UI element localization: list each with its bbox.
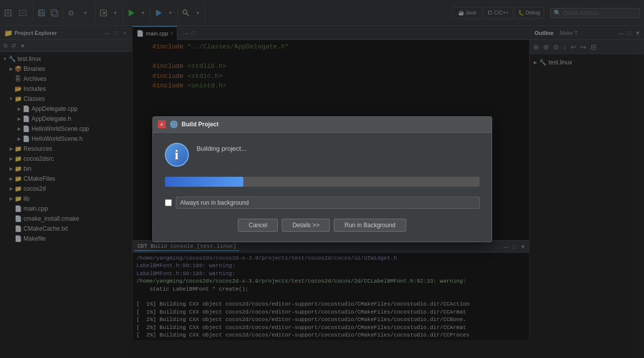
build-dialog-overlay: × Build Project i Building project... bbox=[0, 0, 644, 358]
dialog-info-icon: i bbox=[165, 143, 189, 167]
dialog-info-row: i Building project... bbox=[165, 143, 480, 167]
progress-bar-container bbox=[165, 177, 480, 187]
dialog-window-icon bbox=[170, 120, 178, 128]
build-dialog: × Build Project i Building project... bbox=[152, 116, 492, 242]
dialog-title-text: Build Project bbox=[182, 121, 219, 128]
cancel-button[interactable]: Cancel bbox=[238, 219, 278, 232]
dialog-message: Building project... bbox=[197, 143, 480, 152]
dialog-checkbox-row: Always run in background bbox=[165, 197, 480, 209]
run-in-background-button[interactable]: Run in Background bbox=[334, 219, 406, 232]
dialog-close-btn[interactable]: × bbox=[158, 120, 166, 128]
details-button[interactable]: Details >> bbox=[282, 219, 330, 232]
dialog-info-icon-text: i bbox=[175, 147, 179, 163]
dialog-body: i Building project... Always run in back… bbox=[153, 133, 492, 242]
dialog-title-bar: × Build Project bbox=[153, 117, 492, 133]
dialog-button-row: Cancel Details >> Run in Background bbox=[165, 219, 480, 232]
progress-bar-fill bbox=[165, 177, 244, 187]
always-background-checkbox[interactable] bbox=[165, 199, 172, 206]
dialog-checkbox-label: Always run in background bbox=[176, 197, 480, 209]
